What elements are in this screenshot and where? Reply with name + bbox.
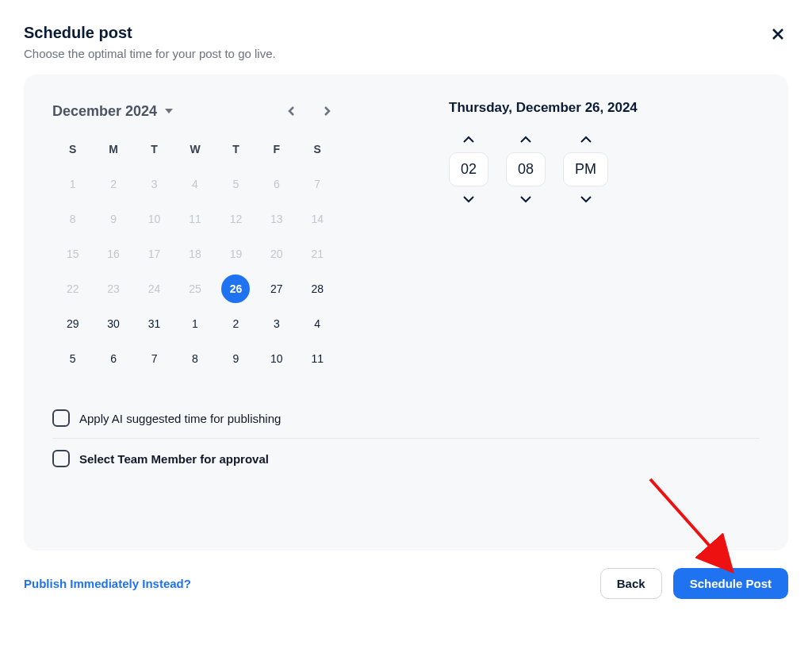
calendar-day[interactable]: 25	[174, 271, 215, 306]
month-label: December 2024	[52, 103, 157, 120]
calendar-day[interactable]: 3	[256, 306, 297, 341]
back-button[interactable]: Back	[600, 568, 662, 599]
annotation-arrow-icon	[634, 471, 745, 582]
calendar-day[interactable]: 18	[174, 236, 215, 271]
calendar-day[interactable]: 15	[52, 236, 93, 271]
weekday-label: W	[174, 136, 215, 167]
calendar-day[interactable]: 1	[52, 167, 93, 202]
calendar-day[interactable]: 3	[134, 167, 174, 202]
hour-down-button[interactable]	[459, 193, 478, 205]
calendar-day[interactable]: 26	[216, 271, 256, 306]
calendar-day[interactable]: 4	[174, 167, 215, 202]
ai-time-label: Apply AI suggested time for publishing	[79, 412, 281, 425]
prev-month-button[interactable]	[281, 100, 303, 122]
weekday-label: M	[93, 136, 133, 167]
month-selector[interactable]: December 2024	[52, 103, 173, 120]
calendar-day[interactable]: 9	[93, 202, 133, 236]
calendar-day[interactable]: 8	[52, 202, 93, 236]
calendar-day[interactable]: 6	[256, 167, 297, 202]
minute-down-button[interactable]	[516, 193, 535, 205]
calendar-day[interactable]: 2	[216, 306, 256, 341]
calendar-day[interactable]: 11	[297, 341, 338, 376]
calendar-day[interactable]: 9	[216, 341, 256, 376]
next-month-button[interactable]	[316, 100, 338, 122]
calendar-day[interactable]: 14	[297, 202, 338, 236]
calendar-day[interactable]: 12	[216, 202, 256, 236]
calendar-day[interactable]: 4	[297, 306, 338, 341]
period-down-button[interactable]	[576, 193, 596, 205]
calendar-day[interactable]: 10	[134, 202, 174, 236]
period-up-button[interactable]	[576, 133, 596, 146]
calendar-day[interactable]: 29	[52, 306, 93, 341]
selected-date-label: Thursday, December 26, 2024	[449, 100, 638, 116]
dropdown-icon	[165, 109, 173, 113]
publish-now-link[interactable]: Publish Immediately Instead?	[24, 577, 191, 590]
minute-value[interactable]: 08	[506, 152, 546, 186]
calendar-day[interactable]: 5	[216, 167, 256, 202]
calendar-day[interactable]: 2	[93, 167, 133, 202]
ai-time-checkbox[interactable]	[52, 409, 70, 427]
calendar-day[interactable]: 1	[174, 306, 215, 341]
calendar-day[interactable]: 21	[297, 236, 338, 271]
calendar-day[interactable]: 16	[93, 236, 133, 271]
calendar-day[interactable]: 24	[134, 271, 174, 306]
calendar-day[interactable]: 13	[256, 202, 297, 236]
calendar-day[interactable]: 28	[297, 271, 338, 306]
calendar-day[interactable]: 19	[216, 236, 256, 271]
calendar-day[interactable]: 31	[134, 306, 174, 341]
calendar: December 2024 SMTWTFS 123456789101112131…	[52, 100, 338, 376]
minute-up-button[interactable]	[516, 133, 535, 146]
calendar-day[interactable]: 5	[52, 341, 93, 376]
calendar-day[interactable]: 17	[134, 236, 174, 271]
modal-subtitle: Choose the optimal time for your post to…	[24, 47, 788, 60]
weekday-label: T	[134, 136, 174, 167]
calendar-day[interactable]: 22	[52, 271, 93, 306]
calendar-day[interactable]: 10	[256, 341, 297, 376]
calendar-day[interactable]: 20	[256, 236, 297, 271]
hour-value[interactable]: 02	[449, 152, 488, 186]
modal-title: Schedule post	[24, 24, 788, 42]
hour-up-button[interactable]	[459, 133, 478, 146]
team-member-checkbox[interactable]	[52, 450, 70, 467]
calendar-day[interactable]: 30	[93, 306, 133, 341]
period-value[interactable]: PM	[563, 152, 608, 186]
weekday-label: S	[297, 136, 338, 167]
calendar-day[interactable]: 27	[256, 271, 297, 306]
weekday-label: T	[216, 136, 256, 167]
calendar-day[interactable]: 7	[134, 341, 174, 376]
team-member-label: Select Team Member for approval	[79, 452, 269, 466]
weekday-label: S	[52, 136, 93, 167]
schedule-panel: December 2024 SMTWTFS 123456789101112131…	[24, 75, 788, 551]
calendar-day[interactable]: 23	[93, 271, 133, 306]
calendar-day[interactable]: 6	[93, 341, 133, 376]
calendar-day[interactable]: 7	[297, 167, 338, 202]
calendar-day[interactable]: 8	[174, 341, 215, 376]
close-button[interactable]	[768, 24, 788, 44]
weekday-label: F	[256, 136, 297, 167]
schedule-post-button[interactable]: Schedule Post	[673, 568, 788, 599]
calendar-day[interactable]: 11	[174, 202, 215, 236]
